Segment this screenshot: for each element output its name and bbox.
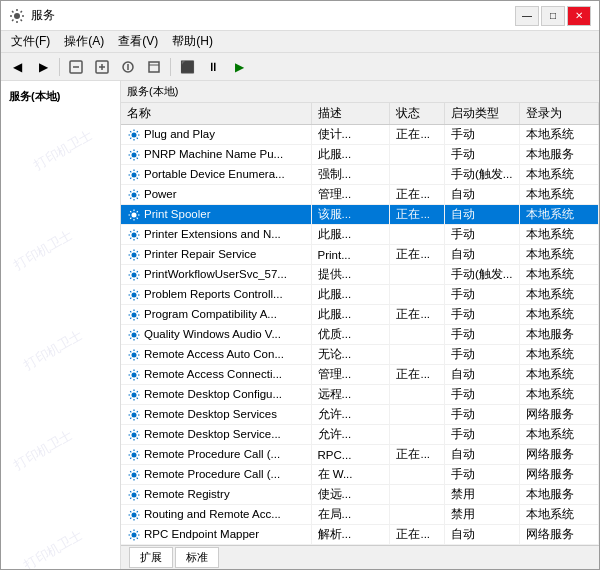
toolbar-icon-1[interactable] <box>64 56 88 78</box>
cell-startup: 禁用 <box>445 485 520 505</box>
table-row[interactable]: Remote Access Connecti...管理...正在...自动本地系… <box>121 365 599 385</box>
table-row[interactable]: Printer Extensions and N...此服...手动本地系统 <box>121 225 599 245</box>
forward-button[interactable]: ▶ <box>31 56 55 78</box>
svg-point-13 <box>132 192 137 197</box>
table-row[interactable]: Portable Device Enumera...强制...手动(触发...本… <box>121 165 599 185</box>
cell-name: Program Compatibility A... <box>121 305 311 325</box>
maximize-button[interactable]: □ <box>541 6 565 26</box>
table-row[interactable]: RPC Endpoint Mapper解析...正在...自动网络服务 <box>121 525 599 545</box>
service-icon <box>127 468 141 482</box>
table-row[interactable]: Remote Access Auto Con...无论...手动本地系统 <box>121 345 599 365</box>
services-table: 名称 描述 状态 启动类型 登录为 Plug and Play使计...正在..… <box>121 103 599 545</box>
cell-name: Quality Windows Audio V... <box>121 325 311 345</box>
col-header-login[interactable]: 登录为 <box>519 103 598 125</box>
table-row[interactable]: Remote Desktop Service...允许...手动本地系统 <box>121 425 599 445</box>
table-row[interactable]: Routing and Remote Acc...在局...禁用本地系统 <box>121 505 599 525</box>
cell-state: 正在... <box>390 185 445 205</box>
toolbar-icon-2[interactable] <box>90 56 114 78</box>
service-icon <box>127 228 141 242</box>
cell-desc: 此服... <box>311 145 390 165</box>
table-row[interactable]: PNRP Machine Name Pu...此服...手动本地服务 <box>121 145 599 165</box>
main-window: 服务 — □ ✕ 文件(F) 操作(A) 查看(V) 帮助(H) ◀ ▶ <box>0 0 600 570</box>
toolbar-icon-4[interactable] <box>142 56 166 78</box>
table-row[interactable]: Remote Registry使远...禁用本地服务 <box>121 485 599 505</box>
cell-state: 正在... <box>390 125 445 145</box>
menu-file[interactable]: 文件(F) <box>5 31 56 52</box>
stop-button[interactable]: ⬛ <box>175 56 199 78</box>
cell-startup: 手动 <box>445 425 520 445</box>
cell-login: 本地系统 <box>519 125 598 145</box>
table-row[interactable]: PrintWorkflowUserSvc_57...提供...手动(触发...本… <box>121 265 599 285</box>
cell-name: PNRP Machine Name Pu... <box>121 145 311 165</box>
cell-login: 本地系统 <box>519 505 598 525</box>
sidebar-title: 服务(本地) <box>9 89 112 104</box>
svg-point-11 <box>132 152 137 157</box>
service-icon <box>127 288 141 302</box>
play-button[interactable]: ▶ <box>227 56 251 78</box>
back-button[interactable]: ◀ <box>5 56 29 78</box>
table-row[interactable]: Print Spooler该服...正在...自动本地系统 <box>121 205 599 225</box>
table-container[interactable]: 名称 描述 状态 启动类型 登录为 Plug and Play使计...正在..… <box>121 103 599 545</box>
svg-point-25 <box>132 432 137 437</box>
svg-point-30 <box>132 532 137 537</box>
service-icon <box>127 268 141 282</box>
main-panel: 服务(本地) 名称 描述 状态 启动类型 登录为 Plug <box>121 81 599 569</box>
col-header-state[interactable]: 状态 <box>390 103 445 125</box>
pause-button[interactable]: ⏸ <box>201 56 225 78</box>
menu-help[interactable]: 帮助(H) <box>166 31 219 52</box>
cell-name: PrintWorkflowUserSvc_57... <box>121 265 311 285</box>
service-icon <box>127 428 141 442</box>
tab-standard[interactable]: 标准 <box>175 547 219 568</box>
col-header-startup[interactable]: 启动类型 <box>445 103 520 125</box>
table-row[interactable]: Printer Repair ServicePrint...正在...自动本地系… <box>121 245 599 265</box>
cell-name: Plug and Play <box>121 125 311 145</box>
cell-state <box>390 505 445 525</box>
title-bar-left: 服务 <box>9 7 55 24</box>
table-row[interactable]: Remote Desktop Services允许...手动网络服务 <box>121 405 599 425</box>
cell-login: 本地系统 <box>519 225 598 245</box>
table-row[interactable]: Quality Windows Audio V...优质...手动本地服务 <box>121 325 599 345</box>
cell-name: Printer Extensions and N... <box>121 225 311 245</box>
service-icon <box>127 408 141 422</box>
toolbar-icon-3[interactable] <box>116 56 140 78</box>
cell-name: Portable Device Enumera... <box>121 165 311 185</box>
cell-login: 网络服务 <box>519 465 598 485</box>
svg-point-0 <box>14 13 20 19</box>
cell-desc: 无论... <box>311 345 390 365</box>
cell-startup: 手动(触发... <box>445 265 520 285</box>
menu-view[interactable]: 查看(V) <box>112 31 164 52</box>
cell-state <box>390 405 445 425</box>
cell-name: RPC Endpoint Mapper <box>121 525 311 545</box>
cell-login: 本地服务 <box>519 145 598 165</box>
cell-name: Remote Desktop Service... <box>121 425 311 445</box>
cell-state <box>390 225 445 245</box>
table-row[interactable]: Remote Desktop Configu...远程...手动本地系统 <box>121 385 599 405</box>
cell-startup: 手动 <box>445 145 520 165</box>
menu-action[interactable]: 操作(A) <box>58 31 110 52</box>
cell-startup: 手动 <box>445 285 520 305</box>
col-header-name[interactable]: 名称 <box>121 103 311 125</box>
svg-point-12 <box>132 172 137 177</box>
table-row[interactable]: Remote Procedure Call (...在 W...手动网络服务 <box>121 465 599 485</box>
cell-name: Printer Repair Service <box>121 245 311 265</box>
col-header-desc[interactable]: 描述 <box>311 103 390 125</box>
svg-point-29 <box>132 512 137 517</box>
table-row[interactable]: Plug and Play使计...正在...手动本地系统 <box>121 125 599 145</box>
table-row[interactable]: Remote Procedure Call (...RPC...正在...自动网… <box>121 445 599 465</box>
toolbar-separator-2 <box>170 58 171 76</box>
table-row[interactable]: Problem Reports Controll...此服...手动本地系统 <box>121 285 599 305</box>
service-icon <box>127 168 141 182</box>
tab-extended[interactable]: 扩展 <box>129 547 173 568</box>
service-icon <box>127 208 141 222</box>
cell-name: Remote Procedure Call (... <box>121 465 311 485</box>
cell-desc: 此服... <box>311 225 390 245</box>
table-row[interactable]: Power管理...正在...自动本地系统 <box>121 185 599 205</box>
table-row[interactable]: Program Compatibility A...此服...正在...手动本地… <box>121 305 599 325</box>
minimize-button[interactable]: — <box>515 6 539 26</box>
cell-name: Routing and Remote Acc... <box>121 505 311 525</box>
cell-login: 本地系统 <box>519 345 598 365</box>
close-button[interactable]: ✕ <box>567 6 591 26</box>
cell-desc: 在局... <box>311 505 390 525</box>
cell-login: 本地系统 <box>519 425 598 445</box>
cell-state <box>390 465 445 485</box>
